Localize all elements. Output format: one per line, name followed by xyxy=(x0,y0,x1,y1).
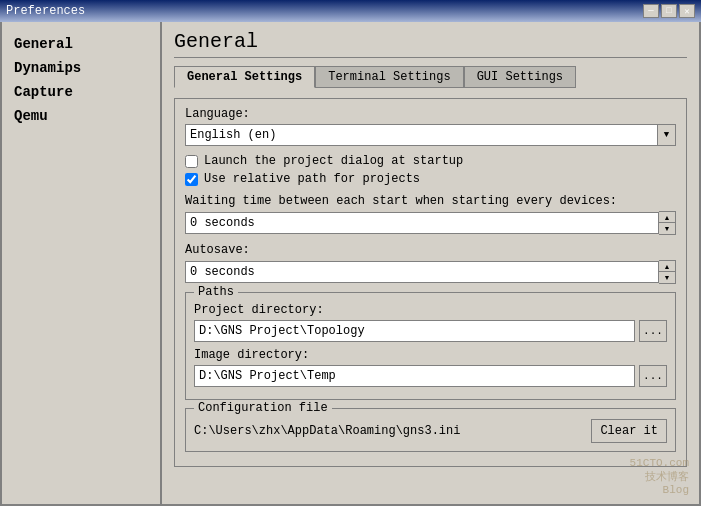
image-dir-label: Image directory: xyxy=(194,348,667,362)
minimize-button[interactable]: ─ xyxy=(643,4,659,18)
tab-gui-settings[interactable]: GUI Settings xyxy=(464,66,576,88)
autosave-decrement-button[interactable]: ▼ xyxy=(659,272,675,283)
watermark-line2: 技术博客 xyxy=(630,469,689,484)
config-group-title: Configuration file xyxy=(194,401,332,415)
relative-path-label: Use relative path for projects xyxy=(204,172,420,186)
close-button[interactable]: ✕ xyxy=(679,4,695,18)
main-container: General Dynamips Capture Qemu General Ge… xyxy=(0,22,701,506)
window-title: Preferences xyxy=(6,4,85,18)
paths-group: Paths Project directory: ... Image direc… xyxy=(185,292,676,400)
wait-increment-button[interactable]: ▲ xyxy=(659,212,675,223)
clear-it-button[interactable]: Clear it xyxy=(591,419,667,443)
watermark: 51CTO.com 技术博客 Blog xyxy=(630,457,689,496)
wait-decrement-button[interactable]: ▼ xyxy=(659,223,675,234)
title-bar-buttons: ─ □ ✕ xyxy=(643,4,695,18)
watermark-line1: 51CTO.com xyxy=(630,457,689,469)
wait-input[interactable] xyxy=(185,212,659,234)
language-dropdown-row: English (en) ▼ xyxy=(185,124,676,146)
config-group: Configuration file C:\Users\zhx\AppData\… xyxy=(185,408,676,452)
language-label: Language: xyxy=(185,107,676,121)
wait-time-row: Waiting time between each start when sta… xyxy=(185,194,676,235)
project-dir-row: ... xyxy=(194,320,667,342)
config-row: C:\Users\zhx\AppData\Roaming\gns3.ini Cl… xyxy=(194,419,667,443)
sidebar-item-dynamips[interactable]: Dynamips xyxy=(14,56,148,80)
wait-label: Waiting time between each start when sta… xyxy=(185,194,676,208)
autosave-spinner-row: ▲ ▼ xyxy=(185,260,676,284)
wait-spinner-buttons: ▲ ▼ xyxy=(659,211,676,235)
project-dir-browse-button[interactable]: ... xyxy=(639,320,667,342)
autosave-label: Autosave: xyxy=(185,243,676,257)
launch-dialog-checkbox[interactable] xyxy=(185,155,198,168)
checkbox-launch-dialog: Launch the project dialog at startup xyxy=(185,154,676,168)
autosave-increment-button[interactable]: ▲ xyxy=(659,261,675,272)
wait-spinner-row: ▲ ▼ xyxy=(185,211,676,235)
relative-path-checkbox[interactable] xyxy=(185,173,198,186)
content-area: General General Settings Terminal Settin… xyxy=(162,22,699,504)
watermark-line3: Blog xyxy=(630,484,689,496)
maximize-button[interactable]: □ xyxy=(661,4,677,18)
image-dir-browse-button[interactable]: ... xyxy=(639,365,667,387)
checkbox-relative-path: Use relative path for projects xyxy=(185,172,676,186)
launch-dialog-label: Launch the project dialog at startup xyxy=(204,154,463,168)
tab-terminal-settings[interactable]: Terminal Settings xyxy=(315,66,463,88)
dropdown-arrow-icon[interactable]: ▼ xyxy=(658,124,676,146)
title-bar: Preferences ─ □ ✕ xyxy=(0,0,701,22)
language-select[interactable]: English (en) xyxy=(185,124,658,146)
page-title: General xyxy=(174,30,687,58)
language-row: Language: English (en) ▼ xyxy=(185,107,676,146)
project-dir-input[interactable] xyxy=(194,320,635,342)
paths-group-title: Paths xyxy=(194,285,238,299)
autosave-row: Autosave: ▲ ▼ xyxy=(185,243,676,284)
sidebar-item-capture[interactable]: Capture xyxy=(14,80,148,104)
autosave-input[interactable] xyxy=(185,261,659,283)
image-dir-row: ... xyxy=(194,365,667,387)
image-dir-input[interactable] xyxy=(194,365,635,387)
form-panel: Language: English (en) ▼ Launch the proj… xyxy=(174,98,687,467)
config-path-value: C:\Users\zhx\AppData\Roaming\gns3.ini xyxy=(194,424,583,438)
tab-general-settings[interactable]: General Settings xyxy=(174,66,315,88)
autosave-spinner-buttons: ▲ ▼ xyxy=(659,260,676,284)
sidebar: General Dynamips Capture Qemu xyxy=(2,22,162,504)
sidebar-item-general[interactable]: General xyxy=(14,32,148,56)
project-dir-label: Project directory: xyxy=(194,303,667,317)
sidebar-item-qemu[interactable]: Qemu xyxy=(14,104,148,128)
tabs-container: General Settings Terminal Settings GUI S… xyxy=(174,66,687,88)
